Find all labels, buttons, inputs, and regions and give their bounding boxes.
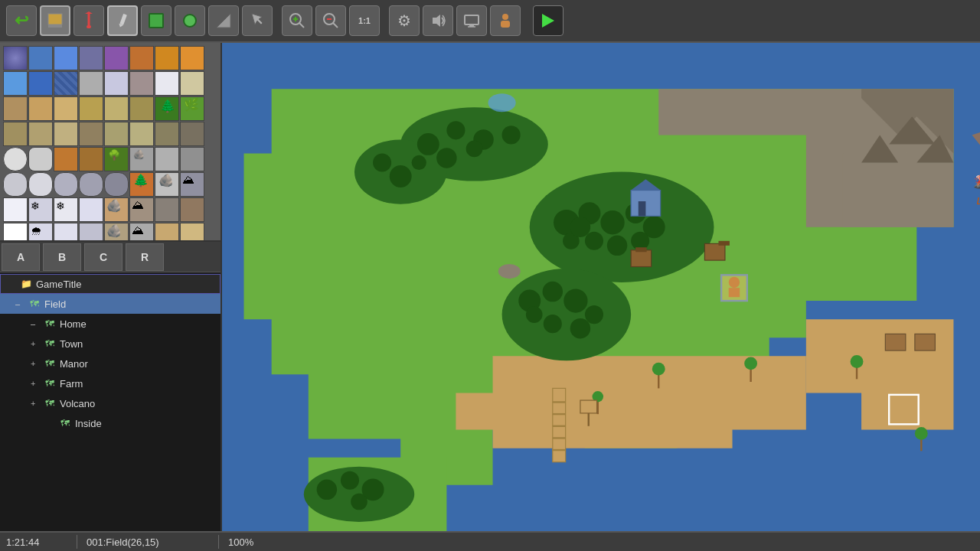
fill-button[interactable] (175, 5, 205, 36)
stamp-button[interactable] (40, 5, 70, 36)
palette-cell[interactable] (104, 71, 129, 96)
map-icon: 🗺 (28, 297, 41, 311)
palette-cell[interactable] (129, 122, 154, 146)
palette-cell[interactable] (155, 197, 179, 222)
play-button[interactable] (533, 5, 564, 36)
palette-cell[interactable] (104, 172, 129, 197)
palette-cell[interactable] (180, 223, 204, 242)
palette-cell[interactable] (3, 197, 28, 222)
palette-cell[interactable]: 🪨 (155, 172, 179, 197)
palette-cell[interactable]: 🌿 (180, 96, 204, 121)
sound-button[interactable] (423, 5, 453, 36)
palette-cell[interactable] (3, 223, 28, 242)
palette-cell[interactable]: 🌲 (129, 172, 154, 197)
shadow-button[interactable] (208, 5, 239, 36)
undo-button[interactable]: ↩ (6, 5, 37, 36)
zoom-out-button[interactable] (315, 5, 346, 36)
palette-cell[interactable] (155, 147, 179, 171)
pencil-button[interactable] (107, 5, 138, 36)
palette-cell[interactable] (3, 71, 28, 96)
palette-cell[interactable] (155, 223, 179, 242)
palette-cell[interactable] (79, 147, 103, 171)
palette-cell[interactable] (3, 46, 28, 70)
tile-palette[interactable]: 🌲 🌿 🌳 🪨 (0, 43, 220, 242)
palette-cell[interactable] (3, 172, 28, 197)
tree-item-manor[interactable]: + 🗺 Manor (0, 354, 220, 373)
palette-cell[interactable]: ❄ (28, 197, 53, 222)
palette-cell[interactable] (104, 46, 129, 70)
palette-cell[interactable] (180, 147, 204, 171)
palette-cell[interactable] (129, 71, 154, 96)
tree-item-inside[interactable]: 🗺 Inside (0, 413, 220, 433)
palette-cell[interactable]: 🪨 (129, 147, 154, 171)
palette-cell[interactable] (79, 197, 103, 222)
rect-button[interactable] (141, 5, 172, 36)
palette-cell[interactable] (54, 172, 78, 197)
zoom-in-button[interactable] (282, 5, 312, 36)
palette-cell[interactable] (28, 147, 53, 171)
palette-cell[interactable] (155, 46, 179, 70)
settings-button[interactable]: ⚙ (389, 5, 420, 36)
palette-cell[interactable] (3, 122, 28, 146)
palette-cell[interactable] (104, 96, 129, 121)
palette-cell[interactable]: ⛰ (129, 223, 154, 242)
palette-cell[interactable]: ❄ (54, 197, 78, 222)
palette-cell[interactable] (79, 223, 103, 242)
palette-cell[interactable] (79, 172, 103, 197)
svg-marker-10 (252, 14, 263, 24)
palette-cell[interactable] (54, 122, 78, 146)
palette-cell[interactable] (129, 96, 154, 121)
palette-cell[interactable] (180, 122, 204, 146)
tree-item-gametitle[interactable]: 📁 GameTitle (0, 274, 220, 294)
tree-item-field[interactable]: – 🗺 Field (0, 294, 220, 314)
palette-cell[interactable] (28, 96, 53, 121)
palette-cell[interactable] (129, 46, 154, 70)
character-button[interactable] (490, 5, 521, 36)
svg-line-12 (299, 23, 304, 28)
palette-cell[interactable] (79, 122, 103, 146)
tree-item-home[interactable]: – 🗺 Home (0, 314, 220, 334)
palette-cell[interactable] (54, 71, 78, 96)
palette-cell[interactable] (79, 96, 103, 121)
palette-cell[interactable] (155, 71, 179, 96)
svg-rect-87 (885, 334, 905, 350)
palette-cell[interactable]: ⛰ (129, 197, 154, 222)
palette-cell[interactable] (104, 122, 129, 146)
tab-r[interactable]: R (126, 243, 164, 271)
palette-cell[interactable] (180, 71, 204, 96)
tree-item-town[interactable]: + 🗺 Town (0, 334, 220, 354)
palette-cell[interactable] (54, 147, 78, 171)
palette-cell[interactable] (28, 172, 53, 197)
pointer-button[interactable] (242, 5, 273, 36)
palette-cell[interactable] (54, 46, 78, 70)
palette-cell[interactable]: ⛰ (180, 172, 204, 197)
tab-a[interactable]: A (2, 243, 40, 271)
palette-cell[interactable] (155, 122, 179, 146)
palette-cell[interactable] (3, 96, 28, 121)
palette-cell[interactable]: 🪨 (104, 223, 129, 242)
palette-cell[interactable]: 🌳 (104, 147, 129, 171)
map-area[interactable]: 🌋 Lava Rock (222, 43, 980, 531)
palette-cell[interactable] (79, 71, 103, 96)
svg-rect-82 (729, 288, 740, 297)
tree-view[interactable]: 📁 GameTitle – 🗺 Field – 🗺 Home + 🗺 Town (0, 272, 220, 531)
palette-cell[interactable] (54, 223, 78, 242)
palette-cell[interactable] (28, 71, 53, 96)
palette-cell[interactable] (79, 46, 103, 70)
palette-cell[interactable] (3, 147, 28, 171)
palette-cell[interactable] (54, 96, 78, 121)
palette-cell[interactable]: 🌲 (155, 96, 179, 121)
tab-b[interactable]: B (43, 243, 81, 271)
palette-cell[interactable]: 🪨 (104, 197, 129, 222)
screen-button[interactable] (456, 5, 487, 36)
event-button[interactable] (74, 5, 104, 36)
tree-item-volcano[interactable]: + 🗺 Volcano (0, 393, 220, 413)
palette-cell[interactable] (28, 122, 53, 146)
palette-cell[interactable] (28, 46, 53, 70)
tab-c[interactable]: C (84, 243, 122, 271)
palette-cell[interactable] (180, 46, 204, 70)
zoom-reset-button[interactable]: 1:1 (349, 5, 380, 36)
palette-cell[interactable] (180, 197, 204, 222)
palette-cell[interactable]: 🌨 (28, 223, 53, 242)
tree-item-farm[interactable]: + 🗺 Farm (0, 373, 220, 393)
